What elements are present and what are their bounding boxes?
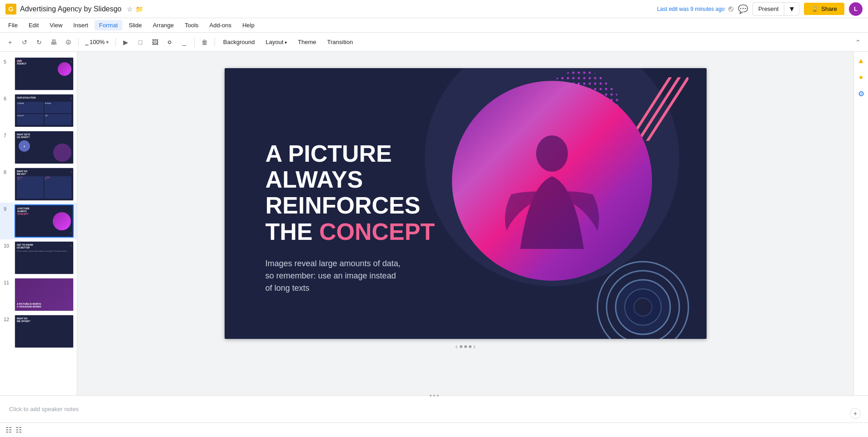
document-title: Advertising Agency by Slidesgo xyxy=(20,5,121,13)
collapse-toolbar-button[interactable]: ⌃ xyxy=(852,36,864,49)
background-button[interactable]: Background xyxy=(219,37,259,47)
right-panel-icon-2[interactable]: ● xyxy=(856,72,867,83)
grid-view-icon[interactable]: ☷ xyxy=(5,426,12,434)
nav-dot-2 xyxy=(464,345,467,348)
svg-point-10 xyxy=(634,298,652,316)
chat-icon[interactable]: 💬 xyxy=(738,4,748,14)
transition-button[interactable]: Transition xyxy=(323,37,358,47)
main-content: 5 OURAGENCY 01 × 6 OUR EVOLUTION LOREM I… xyxy=(0,52,868,395)
nav-dot-1 xyxy=(460,345,462,348)
toolbar: + ↺ ↻ 🖶 ☮ ⎯ 100% + ▶ □ 🖼 ⭘ ⎯ 🗑 Backgroun… xyxy=(0,33,868,52)
speaker-notes: Click to add speaker notes + xyxy=(0,395,868,422)
separator-4 xyxy=(215,38,215,47)
menu-format[interactable]: Format xyxy=(95,20,122,30)
menu-view[interactable]: View xyxy=(45,20,67,30)
slide-thumb-6: OUR EVOLUTION LOREM IPSUM DOLOR SIT × xyxy=(15,94,74,127)
zoom-control[interactable]: ⎯ 100% + xyxy=(82,38,112,46)
person-circle xyxy=(452,81,652,281)
top-actions: ⎋ 💬 Present ▼ 🔒 Share L xyxy=(728,2,863,16)
slide-thumb-11: A PICTURE IS WORTHA THOUSAND WORDS xyxy=(15,278,74,311)
slide-item-11[interactable]: 11 A PICTURE IS WORTHA THOUSAND WORDS xyxy=(0,276,77,313)
headline-line4-highlight: CONCEPT xyxy=(319,218,435,245)
menu-tools[interactable]: Tools xyxy=(180,20,203,30)
svg-line-2 xyxy=(647,77,688,141)
svg-point-5 xyxy=(536,135,568,172)
slide-thumb-9: A PICTUREALWAYSCONCEPT ○ xyxy=(15,204,74,238)
right-panel-icon-3[interactable]: ⚙ xyxy=(856,88,867,99)
headline-line2: ALWAYS xyxy=(266,167,435,193)
speaker-notes-placeholder[interactable]: Click to add speaker notes xyxy=(9,406,79,412)
main-slide[interactable]: A PICTURE ALWAYS REINFORCES THE CONCEPT … xyxy=(225,68,707,339)
nav-dot-3 xyxy=(469,345,472,348)
slide-thumb-8: WHAT DOWE DO? DISCOV-ERY STRATE-GY × xyxy=(15,168,74,201)
layout-button[interactable]: Layout xyxy=(261,37,291,47)
menu-insert[interactable]: Insert xyxy=(69,20,93,30)
slide-item-8[interactable]: 8 WHAT DOWE DO? DISCOV-ERY STRATE-GY × xyxy=(0,166,77,203)
prev-slide-btn[interactable]: ‹ xyxy=(455,343,457,351)
bottom-section: Click to add speaker notes + ☷ ☷ xyxy=(0,395,868,437)
title-icons: ☆ 📁 xyxy=(127,5,143,13)
headline-line3: REINFORCES xyxy=(266,193,435,218)
slide-nav-dots: ‹ › xyxy=(455,343,476,351)
lock-icon: 🔒 xyxy=(811,5,818,12)
zoom-plus[interactable]: + xyxy=(105,39,109,45)
list-view-icon[interactable]: ☷ xyxy=(15,426,22,434)
zoom-minus[interactable]: ⎯ xyxy=(85,39,89,45)
slide-thumb-7: WHAT SETSUS APART? ● xyxy=(15,131,74,164)
undo-button[interactable]: ↺ xyxy=(18,36,31,49)
menu-edit[interactable]: Edit xyxy=(24,20,43,30)
comment-tool[interactable]: 🗑 xyxy=(198,36,211,49)
slide-headline: A PICTURE ALWAYS REINFORCES THE CONCEPT xyxy=(266,141,435,245)
last-edit-label[interactable]: Last edit was 9 minutes ago xyxy=(657,6,725,12)
menu-arrange[interactable]: Arrange xyxy=(148,20,178,30)
menu-bar: File Edit View Insert Format Slide Arran… xyxy=(0,18,868,33)
zoom-out-button[interactable]: + xyxy=(850,408,861,419)
menu-addons[interactable]: Add-ons xyxy=(205,20,236,30)
zoom-controls: + xyxy=(850,408,861,419)
slide-text-area: A PICTURE ALWAYS REINFORCES THE CONCEPT … xyxy=(266,141,435,294)
trending-icon[interactable]: ⎋ xyxy=(728,4,733,14)
avatar[interactable]: L xyxy=(849,2,863,16)
slide-item-7[interactable]: 7 WHAT SETSUS APART? ● xyxy=(0,129,77,166)
zoom-level[interactable]: 100% xyxy=(90,39,105,45)
cursor-tool[interactable]: ▶ xyxy=(120,36,132,49)
add-button[interactable]: + xyxy=(4,36,16,49)
present-button-group: Present ▼ xyxy=(753,2,800,16)
redo-button[interactable]: ↻ xyxy=(33,36,45,49)
slide-item-12[interactable]: 12 WHAT DOWE OFFER? xyxy=(0,313,77,350)
right-panel: ▲ ● ⚙ xyxy=(853,52,868,395)
next-slide-btn[interactable]: › xyxy=(473,343,476,351)
slide-item-10[interactable]: 10 GET TO KNOWUS BETTER Do you want to k… xyxy=(0,239,77,276)
slide-thumb-12: WHAT DOWE OFFER? xyxy=(15,315,74,348)
headline-line4-plain: THE xyxy=(266,218,319,245)
text-box-tool[interactable]: □ xyxy=(134,36,147,49)
menu-help[interactable]: Help xyxy=(238,20,259,30)
notes-resize-handle[interactable] xyxy=(425,393,443,398)
bottom-view-icons: ☷ ☷ xyxy=(5,426,22,434)
folder-icon[interactable]: 📁 xyxy=(135,5,143,13)
separator-3 xyxy=(194,38,195,47)
menu-slide[interactable]: Slide xyxy=(124,20,146,30)
menu-file[interactable]: File xyxy=(4,20,22,30)
slide-item-5[interactable]: 5 OURAGENCY 01 × xyxy=(0,55,77,92)
shape-tool[interactable]: ⭘ xyxy=(163,36,176,49)
print-button[interactable]: 🖶 xyxy=(47,36,60,49)
right-panel-icon-1[interactable]: ▲ xyxy=(856,55,867,66)
slide-thumb-5: OURAGENCY 01 × xyxy=(15,57,74,90)
share-button[interactable]: 🔒 Share xyxy=(804,3,844,15)
image-tool[interactable]: 🖼 xyxy=(149,36,161,49)
separator-2 xyxy=(115,38,116,47)
slide-item-9[interactable]: 9 A PICTUREALWAYSCONCEPT ○ xyxy=(0,203,77,239)
present-dropdown-arrow[interactable]: ▼ xyxy=(784,3,799,15)
present-label[interactable]: Present xyxy=(753,3,785,15)
headline-line1: A PICTURE xyxy=(266,141,435,167)
star-icon[interactable]: ☆ xyxy=(127,5,133,13)
theme-button[interactable]: Theme xyxy=(293,37,321,47)
app-icon: G xyxy=(5,4,16,15)
headline-line4: THE CONCEPT xyxy=(266,219,435,245)
slide-item-6[interactable]: 6 OUR EVOLUTION LOREM IPSUM DOLOR SIT × xyxy=(0,92,77,129)
rings-decoration xyxy=(593,257,693,339)
line-tool[interactable]: ⎯ xyxy=(178,36,191,49)
paint-format-button[interactable]: ☮ xyxy=(62,36,75,49)
slide-subtext: Images reveal large amounts of data, so … xyxy=(266,258,402,294)
